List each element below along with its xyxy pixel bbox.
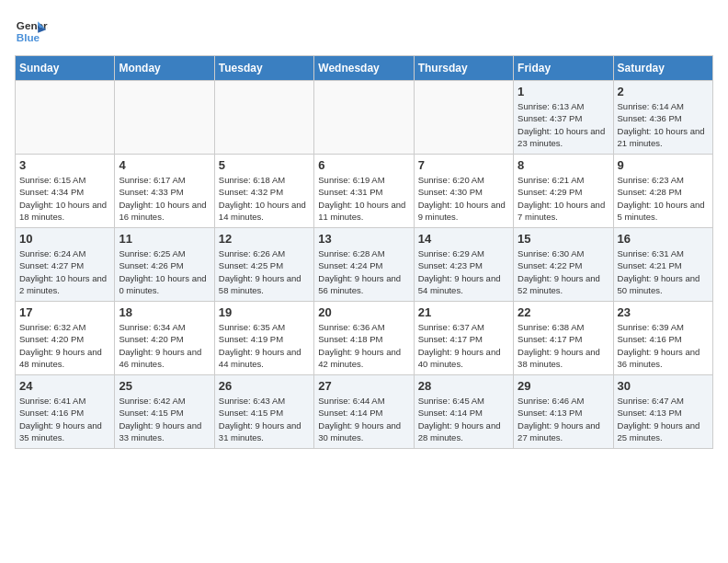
calendar-cell: 2Sunrise: 6:14 AM Sunset: 4:36 PM Daylig… [613, 81, 712, 155]
day-number: 23 [618, 305, 709, 319]
calendar-cell: 28Sunrise: 6:45 AM Sunset: 4:14 PM Dayli… [414, 375, 513, 449]
calendar-week-1: 1Sunrise: 6:13 AM Sunset: 4:37 PM Daylig… [16, 81, 713, 155]
calendar-cell [314, 81, 414, 155]
day-info: Sunrise: 6:34 AM Sunset: 4:20 PM Dayligh… [119, 321, 210, 370]
day-info: Sunrise: 6:39 AM Sunset: 4:16 PM Dayligh… [618, 321, 709, 370]
day-number: 11 [119, 232, 210, 246]
calendar-cell [414, 81, 513, 155]
day-number: 1 [518, 85, 609, 98]
day-number: 29 [518, 379, 609, 393]
day-number: 8 [518, 158, 609, 172]
day-number: 28 [418, 379, 509, 393]
calendar-header-thursday: Thursday [414, 56, 513, 81]
day-info: Sunrise: 6:17 AM Sunset: 4:33 PM Dayligh… [119, 174, 210, 223]
calendar-cell: 15Sunrise: 6:30 AM Sunset: 4:22 PM Dayli… [514, 228, 613, 302]
calendar-week-5: 24Sunrise: 6:41 AM Sunset: 4:16 PM Dayli… [16, 375, 713, 449]
day-info: Sunrise: 6:15 AM Sunset: 4:34 PM Dayligh… [19, 174, 110, 223]
calendar-cell: 13Sunrise: 6:28 AM Sunset: 4:24 PM Dayli… [314, 228, 414, 302]
day-info: Sunrise: 6:24 AM Sunset: 4:27 PM Dayligh… [19, 247, 110, 296]
day-info: Sunrise: 6:47 AM Sunset: 4:13 PM Dayligh… [618, 395, 709, 443]
day-info: Sunrise: 6:29 AM Sunset: 4:23 PM Dayligh… [418, 247, 509, 296]
day-number: 21 [418, 305, 509, 319]
day-number: 17 [19, 305, 110, 319]
day-info: Sunrise: 6:13 AM Sunset: 4:37 PM Dayligh… [518, 100, 609, 149]
calendar-cell: 8Sunrise: 6:21 AM Sunset: 4:29 PM Daylig… [514, 155, 613, 228]
day-info: Sunrise: 6:21 AM Sunset: 4:29 PM Dayligh… [518, 174, 609, 223]
calendar-cell: 20Sunrise: 6:36 AM Sunset: 4:18 PM Dayli… [314, 302, 414, 375]
calendar-cell: 9Sunrise: 6:23 AM Sunset: 4:28 PM Daylig… [613, 155, 712, 228]
calendar-cell: 10Sunrise: 6:24 AM Sunset: 4:27 PM Dayli… [16, 228, 115, 302]
day-number: 26 [219, 379, 310, 393]
day-info: Sunrise: 6:42 AM Sunset: 4:15 PM Dayligh… [119, 395, 210, 443]
calendar-header-saturday: Saturday [613, 56, 712, 81]
day-info: Sunrise: 6:30 AM Sunset: 4:22 PM Dayligh… [518, 247, 609, 296]
calendar-cell: 25Sunrise: 6:42 AM Sunset: 4:15 PM Dayli… [115, 375, 214, 449]
day-info: Sunrise: 6:37 AM Sunset: 4:17 PM Dayligh… [418, 321, 509, 370]
calendar-cell: 24Sunrise: 6:41 AM Sunset: 4:16 PM Dayli… [16, 375, 115, 449]
day-number: 25 [119, 379, 210, 393]
day-info: Sunrise: 6:35 AM Sunset: 4:19 PM Dayligh… [219, 321, 310, 370]
day-info: Sunrise: 6:32 AM Sunset: 4:20 PM Dayligh… [19, 321, 110, 370]
day-number: 13 [318, 232, 409, 246]
day-info: Sunrise: 6:44 AM Sunset: 4:14 PM Dayligh… [318, 395, 409, 443]
calendar-cell: 4Sunrise: 6:17 AM Sunset: 4:33 PM Daylig… [115, 155, 214, 228]
day-number: 14 [418, 232, 509, 246]
day-info: Sunrise: 6:36 AM Sunset: 4:18 PM Dayligh… [318, 321, 409, 370]
day-info: Sunrise: 6:38 AM Sunset: 4:17 PM Dayligh… [518, 321, 609, 370]
calendar-cell: 14Sunrise: 6:29 AM Sunset: 4:23 PM Dayli… [414, 228, 513, 302]
day-number: 15 [518, 232, 609, 246]
calendar-header-sunday: Sunday [16, 56, 115, 81]
day-info: Sunrise: 6:23 AM Sunset: 4:28 PM Dayligh… [618, 174, 709, 223]
day-info: Sunrise: 6:19 AM Sunset: 4:31 PM Dayligh… [318, 174, 409, 223]
calendar-cell: 16Sunrise: 6:31 AM Sunset: 4:21 PM Dayli… [613, 228, 712, 302]
calendar-cell: 1Sunrise: 6:13 AM Sunset: 4:37 PM Daylig… [514, 81, 613, 155]
calendar-cell: 7Sunrise: 6:20 AM Sunset: 4:30 PM Daylig… [414, 155, 513, 228]
calendar-header-wednesday: Wednesday [314, 56, 414, 81]
day-number: 20 [318, 305, 409, 319]
calendar-cell: 29Sunrise: 6:46 AM Sunset: 4:13 PM Dayli… [514, 375, 613, 449]
calendar-cell: 17Sunrise: 6:32 AM Sunset: 4:20 PM Dayli… [16, 302, 115, 375]
calendar-body: 1Sunrise: 6:13 AM Sunset: 4:37 PM Daylig… [16, 81, 713, 449]
day-info: Sunrise: 6:28 AM Sunset: 4:24 PM Dayligh… [318, 247, 409, 296]
calendar-cell: 22Sunrise: 6:38 AM Sunset: 4:17 PM Dayli… [514, 302, 613, 375]
calendar-cell: 3Sunrise: 6:15 AM Sunset: 4:34 PM Daylig… [16, 155, 115, 228]
calendar-week-3: 10Sunrise: 6:24 AM Sunset: 4:27 PM Dayli… [16, 228, 713, 302]
calendar-cell: 27Sunrise: 6:44 AM Sunset: 4:14 PM Dayli… [314, 375, 414, 449]
calendar-cell: 26Sunrise: 6:43 AM Sunset: 4:15 PM Dayli… [214, 375, 313, 449]
svg-text:Blue: Blue [17, 31, 40, 43]
calendar-cell: 21Sunrise: 6:37 AM Sunset: 4:17 PM Dayli… [414, 302, 513, 375]
day-number: 7 [418, 158, 509, 172]
day-info: Sunrise: 6:46 AM Sunset: 4:13 PM Dayligh… [518, 395, 609, 443]
calendar-cell: 19Sunrise: 6:35 AM Sunset: 4:19 PM Dayli… [214, 302, 313, 375]
calendar-cell: 12Sunrise: 6:26 AM Sunset: 4:25 PM Dayli… [214, 228, 313, 302]
day-number: 4 [119, 158, 210, 172]
day-info: Sunrise: 6:20 AM Sunset: 4:30 PM Dayligh… [418, 174, 509, 223]
calendar-cell: 18Sunrise: 6:34 AM Sunset: 4:20 PM Dayli… [115, 302, 214, 375]
calendar-cell [214, 81, 313, 155]
day-number: 19 [219, 305, 310, 319]
day-info: Sunrise: 6:31 AM Sunset: 4:21 PM Dayligh… [618, 247, 709, 296]
calendar-week-2: 3Sunrise: 6:15 AM Sunset: 4:34 PM Daylig… [16, 155, 713, 228]
day-info: Sunrise: 6:26 AM Sunset: 4:25 PM Dayligh… [219, 247, 310, 296]
calendar-header-tuesday: Tuesday [214, 56, 313, 81]
day-info: Sunrise: 6:14 AM Sunset: 4:36 PM Dayligh… [618, 100, 709, 149]
day-number: 24 [19, 379, 110, 393]
day-info: Sunrise: 6:45 AM Sunset: 4:14 PM Dayligh… [418, 395, 509, 443]
calendar-table: SundayMondayTuesdayWednesdayThursdayFrid… [15, 55, 713, 449]
day-number: 22 [518, 305, 609, 319]
calendar-header-monday: Monday [115, 56, 214, 81]
day-number: 30 [618, 379, 709, 393]
day-info: Sunrise: 6:25 AM Sunset: 4:26 PM Dayligh… [119, 247, 210, 296]
calendar-cell [16, 81, 115, 155]
calendar-cell: 5Sunrise: 6:18 AM Sunset: 4:32 PM Daylig… [214, 155, 313, 228]
day-number: 9 [618, 158, 709, 172]
day-number: 2 [618, 85, 709, 98]
day-number: 18 [119, 305, 210, 319]
day-number: 16 [618, 232, 709, 246]
day-number: 27 [318, 379, 409, 393]
day-number: 3 [19, 158, 110, 172]
day-info: Sunrise: 6:18 AM Sunset: 4:32 PM Dayligh… [219, 174, 310, 223]
page-header: General Blue [15, 15, 713, 48]
day-number: 10 [19, 232, 110, 246]
calendar-cell: 23Sunrise: 6:39 AM Sunset: 4:16 PM Dayli… [613, 302, 712, 375]
